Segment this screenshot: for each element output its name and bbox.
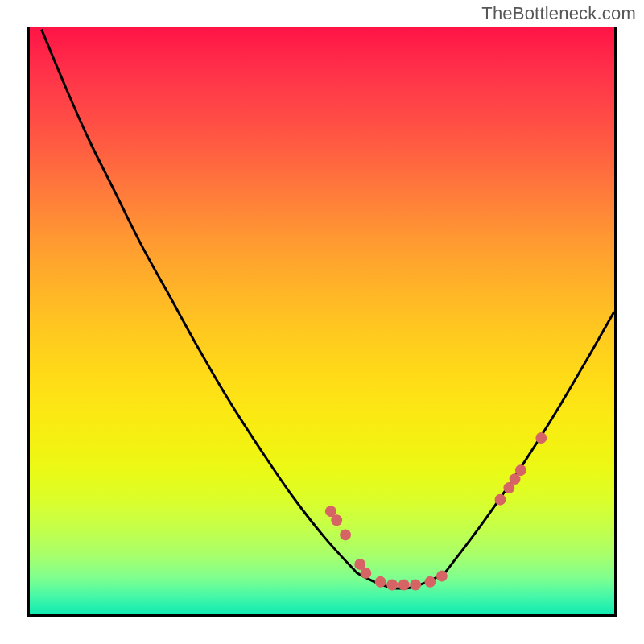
data-point	[331, 514, 342, 526]
bottleneck-curve-left	[42, 30, 357, 573]
chart-root: TheBottleneck.com	[0, 0, 644, 644]
data-point	[360, 568, 371, 579]
data-point	[424, 576, 436, 588]
data-point	[386, 580, 398, 591]
data-point	[535, 432, 547, 444]
data-point	[410, 580, 421, 591]
curve-layer	[30, 27, 614, 614]
data-points-group	[325, 432, 547, 590]
plot-area	[27, 27, 617, 617]
data-point	[436, 571, 448, 582]
bottleneck-curve-right	[444, 312, 614, 573]
data-point	[340, 529, 351, 540]
watermark-text: TheBottleneck.com	[481, 3, 636, 24]
data-point	[375, 576, 386, 588]
data-point	[515, 464, 526, 476]
data-point	[495, 494, 506, 506]
data-point	[398, 580, 410, 591]
